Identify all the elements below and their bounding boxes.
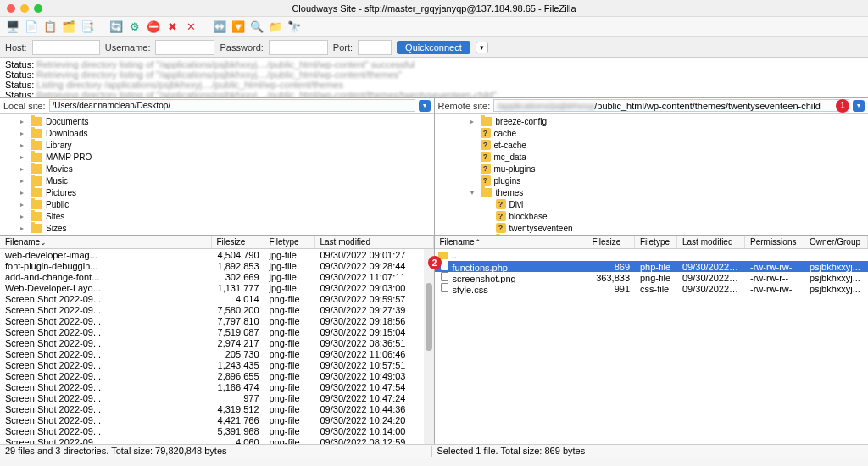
parent-dir[interactable]: .. — [435, 249, 869, 261]
file-row[interactable]: functions.php869php-file09/30/2022 1...-… — [435, 261, 869, 272]
file-row[interactable]: Web-Developer-Layo...1,131,777jpg-file09… — [0, 282, 434, 293]
file-row[interactable]: Screen Shot 2022-09...7,519,087png-file0… — [0, 326, 434, 337]
file-row[interactable]: Screen Shot 2022-09...5,391,968png-file0… — [0, 425, 434, 436]
remote-file-list[interactable]: ..functions.php869php-file09/30/2022 1..… — [435, 249, 869, 444]
remote-col-perm[interactable]: Permissions — [745, 236, 804, 248]
sync-icon[interactable]: 📑 — [80, 19, 95, 35]
file-row[interactable]: Screen Shot 2022-09...7,580,200png-file0… — [0, 304, 434, 315]
file-row[interactable]: Screen Shot 2022-09...4,319,512png-file0… — [0, 403, 434, 414]
host-input[interactable] — [32, 40, 100, 55]
reconnect-icon[interactable]: ↔️ — [212, 19, 227, 35]
remote-col-type[interactable]: Filetype — [635, 236, 677, 248]
status-bar: 29 files and 3 directories. Total size: … — [0, 444, 868, 458]
file-row[interactable]: Screen Shot 2022-09...4,060png-file09/30… — [0, 436, 434, 444]
file-split: Filename Filesize Filetype Last modified… — [0, 236, 868, 444]
tree-folder[interactable]: ▸Documents — [0, 115, 434, 127]
local-file-pane: Filename Filesize Filetype Last modified… — [0, 236, 435, 444]
tree-folder[interactable]: ?mu-plugins — [435, 163, 869, 175]
port-input[interactable] — [358, 40, 392, 55]
file-row[interactable]: Screen Shot 2022-09...977png-file09/30/2… — [0, 392, 434, 403]
find-icon[interactable]: 📁 — [268, 19, 283, 35]
tree-folder[interactable]: ▾themes — [435, 186, 869, 198]
file-row[interactable]: Screen Shot 2022-09...1,243,435png-file0… — [0, 359, 434, 370]
remote-col-size[interactable]: Filesize — [587, 236, 636, 248]
local-col-size[interactable]: Filesize — [212, 236, 264, 248]
local-path-input[interactable] — [49, 99, 415, 112]
tree-folder[interactable]: ▸Public — [0, 198, 434, 210]
local-path-dropdown[interactable]: ▾ — [419, 100, 431, 112]
local-file-list[interactable]: web-developer-imag...4,504,790jpg-file09… — [0, 249, 434, 444]
log-pane: Status: Retrieving directory listing of … — [0, 58, 868, 98]
tree-folder[interactable]: ?et-cache — [435, 139, 869, 151]
refresh-icon[interactable]: 🔄 — [108, 19, 124, 35]
process-icon[interactable]: ⚙ — [127, 19, 142, 35]
tree-folder[interactable]: ▸Downloads — [0, 127, 434, 139]
file-row[interactable]: Screen Shot 2022-09...7,797,810png-file0… — [0, 315, 434, 326]
tree-folder[interactable]: ?Divi — [435, 198, 869, 210]
filter-icon[interactable]: 🔽 — [231, 19, 246, 35]
remote-col-name[interactable]: Filename — [435, 236, 587, 248]
remote-site-label: Remote site: — [438, 101, 491, 111]
quickconnect-button[interactable]: Quickconnect — [397, 41, 470, 54]
tree-folder[interactable]: ▸breeze-config — [435, 115, 869, 127]
password-input[interactable] — [269, 40, 328, 55]
tree-folder[interactable]: ▸Sizes — [0, 222, 434, 234]
search-icon[interactable]: 🔍 — [249, 19, 264, 35]
remote-path-dropdown[interactable]: ▾ — [853, 100, 865, 112]
file-row[interactable]: screenshot.png363,833png-file09/30/2022 … — [435, 272, 869, 283]
remote-tree-pane: Remote site: /applications/psjbkhxxyj/pu… — [435, 98, 869, 235]
local-col-type[interactable]: Filetype — [264, 236, 315, 248]
traffic-lights — [7, 4, 42, 13]
local-status: 29 files and 3 directories. Total size: … — [5, 446, 432, 457]
tree-folder[interactable]: ▸twentyseventeen-child — [435, 234, 869, 235]
tree-folder[interactable]: ▸Library — [0, 139, 434, 151]
file-row[interactable]: add-and-change-font...302,669jpg-file09/… — [0, 271, 434, 282]
disconnect-icon[interactable]: ✕ — [183, 19, 198, 35]
quickconnect-dropdown[interactable]: ▾ — [476, 42, 488, 53]
tree-split: Local site: ▾ ▸Documents▸Downloads▸Libra… — [0, 98, 868, 236]
port-label: Port: — [333, 42, 353, 53]
remote-col-mod[interactable]: Last modified — [677, 236, 745, 248]
close-window-button[interactable] — [7, 4, 15, 13]
maximize-window-button[interactable] — [34, 4, 42, 13]
queue-icon[interactable]: 📋 — [42, 19, 58, 35]
local-col-mod[interactable]: Last modified — [315, 236, 434, 248]
tree-folder[interactable]: ▸Pictures — [0, 186, 434, 198]
file-row[interactable]: Screen Shot 2022-09...4,014png-file09/30… — [0, 293, 434, 304]
file-row[interactable]: Screen Shot 2022-09...2,974,217png-file0… — [0, 337, 434, 348]
tree-folder[interactable]: ▸Music — [0, 175, 434, 186]
file-row[interactable]: Screen Shot 2022-09...205,730png-file09/… — [0, 348, 434, 359]
site-manager-icon[interactable]: 🖥️ — [5, 19, 20, 35]
file-row[interactable]: Screen Shot 2022-09...1,166,474png-file0… — [0, 381, 434, 392]
local-tree[interactable]: ▸Documents▸Downloads▸Library▸MAMP PRO▸Mo… — [0, 114, 434, 235]
password-label: Password: — [220, 42, 263, 53]
remote-status: Selected 1 file. Total size: 869 bytes — [432, 446, 864, 457]
annotation-2: 2 — [428, 256, 442, 269]
minimize-window-button[interactable] — [20, 4, 29, 13]
local-col-name[interactable]: Filename — [0, 236, 212, 248]
tree-folder[interactable]: ?cache — [435, 127, 869, 139]
remote-col-owner[interactable]: Owner/Group — [804, 236, 868, 248]
remote-tree[interactable]: ▸breeze-config?cache?et-cache?mc_data?mu… — [435, 114, 869, 235]
tree-folder[interactable]: ▸Sites — [0, 210, 434, 222]
file-row[interactable]: Screen Shot 2022-09...4,421,766png-file0… — [0, 414, 434, 425]
file-row[interactable]: web-developer-imag...4,504,790jpg-file09… — [0, 249, 434, 260]
tree-folder[interactable]: ?blockbase — [435, 210, 869, 222]
cancel-icon[interactable]: ✖ — [164, 19, 180, 35]
tree-folder[interactable]: ?plugins — [435, 175, 869, 186]
username-input[interactable] — [155, 40, 214, 55]
remote-path-input[interactable]: /applications/psjbkhxxyj/public_html/wp-… — [493, 99, 849, 112]
tree-folder[interactable]: ▸Movies — [0, 163, 434, 175]
binoculars-icon[interactable]: 🔭 — [287, 19, 302, 35]
titlebar: Cloudways Site - sftp://master_rgqyjanyq… — [0, 0, 868, 17]
file-row[interactable]: font-plugin-debuggin...1,892,853jpg-file… — [0, 260, 434, 271]
docs-icon[interactable]: 📄 — [24, 19, 39, 35]
compare-icon[interactable]: 🗂️ — [61, 19, 76, 35]
file-row[interactable]: style.css991css-file09/30/2022 1...-rw-r… — [435, 283, 869, 294]
tree-folder[interactable]: ▸MAMP PRO — [0, 151, 434, 163]
local-scrollbar[interactable] — [424, 249, 434, 444]
tree-folder[interactable]: ?mc_data — [435, 151, 869, 163]
tree-folder[interactable]: ?twentyseventeen — [435, 222, 869, 234]
stop-icon[interactable]: ⛔ — [146, 19, 161, 35]
file-row[interactable]: Screen Shot 2022-09...2,896,655png-file0… — [0, 370, 434, 381]
